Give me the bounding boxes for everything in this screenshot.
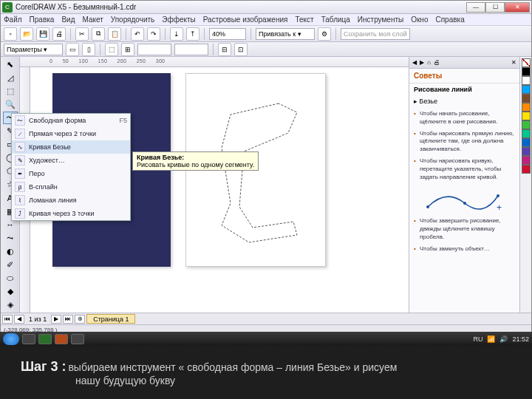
interactive-fill-tool[interactable]: ◈ bbox=[3, 299, 18, 311]
prop-w[interactable] bbox=[137, 44, 171, 55]
menu-edit[interactable]: Правка bbox=[30, 16, 55, 24]
swatch-white[interactable] bbox=[522, 76, 531, 85]
swatch-yellow[interactable] bbox=[522, 112, 531, 120]
menu-table[interactable]: Таблица bbox=[321, 16, 350, 24]
preset-field[interactable]: Параметры ▾ bbox=[4, 44, 63, 55]
page-add[interactable]: ⊕ bbox=[75, 315, 85, 324]
page-first[interactable]: ⏮ bbox=[2, 315, 13, 324]
cut-button[interactable]: ✂ bbox=[75, 27, 89, 41]
swatch-cyan[interactable] bbox=[522, 85, 531, 94]
hints-print-icon[interactable]: 🖨 bbox=[434, 59, 440, 66]
minimize-button[interactable]: — bbox=[466, 2, 485, 13]
zoom-tool[interactable]: 🔍 bbox=[3, 98, 18, 111]
task-explorer[interactable] bbox=[22, 334, 35, 344]
crop-tool[interactable]: ⬚ bbox=[3, 85, 18, 98]
page-next[interactable]: ▶ bbox=[51, 315, 61, 324]
save-button[interactable]: 💾 bbox=[36, 27, 50, 41]
hints-back-icon[interactable]: ◀ bbox=[412, 59, 417, 66]
ruler-horizontal[interactable] bbox=[20, 57, 409, 67]
doc-name: Безымянный-1.cdr bbox=[73, 3, 136, 11]
pen-icon: ✒ bbox=[15, 168, 25, 179]
connector-tool[interactable]: ⤳ bbox=[3, 232, 18, 245]
main-toolbar: ▫ 📂 💾 🖨 ✂ ⧉ 📋 ↶ ↷ ⤓ ⤒ 40% Привязать к ▾ … bbox=[1, 26, 531, 42]
task-other[interactable] bbox=[71, 334, 84, 344]
maximize-button[interactable]: ☐ bbox=[485, 2, 505, 13]
swatch-violet[interactable] bbox=[522, 147, 531, 156]
swatch-magenta[interactable] bbox=[522, 156, 531, 165]
task-corel[interactable] bbox=[38, 334, 52, 344]
menu-window[interactable]: Окно bbox=[411, 16, 428, 24]
options-button[interactable]: ⚙ bbox=[318, 27, 331, 41]
prop-d[interactable]: ⊞ bbox=[121, 43, 134, 56]
menu-file[interactable]: Файл bbox=[4, 16, 22, 24]
page-tab[interactable]: Страница 1 bbox=[86, 314, 135, 324]
menu-bitmaps[interactable]: Растровые изображения bbox=[203, 16, 288, 24]
shape-tool[interactable]: ◿ bbox=[3, 72, 18, 84]
paste-button[interactable]: 📋 bbox=[108, 27, 121, 41]
eyedropper-tool[interactable]: ✐ bbox=[3, 259, 18, 271]
menu-layout[interactable]: Макет bbox=[82, 16, 103, 24]
flyout-bspline[interactable]: β В-сплайн bbox=[12, 180, 130, 194]
menu-effects[interactable]: Эффекты bbox=[162, 16, 195, 24]
swatch-green[interactable] bbox=[522, 120, 531, 129]
menu-tools[interactable]: Инструменты bbox=[358, 16, 403, 24]
menu-text[interactable]: Текст bbox=[295, 16, 313, 24]
copy-button[interactable]: ⧉ bbox=[92, 27, 105, 41]
tray-clock[interactable]: 21:52 bbox=[512, 335, 529, 343]
undo-button[interactable]: ↶ bbox=[131, 27, 144, 41]
start-button[interactable] bbox=[3, 333, 19, 345]
swatch-orange[interactable] bbox=[522, 103, 531, 112]
app-icon: C bbox=[2, 2, 13, 13]
menu-arrange[interactable]: Упорядочить bbox=[111, 16, 155, 24]
swatch-red[interactable] bbox=[522, 165, 531, 174]
tray-vol-icon[interactable]: 🔊 bbox=[499, 335, 508, 343]
page-counter: 1 из 1 bbox=[26, 316, 50, 323]
flyout-3point[interactable]: ⤴ Кривая через 3 точки bbox=[12, 207, 130, 220]
redo-button[interactable]: ↷ bbox=[147, 27, 160, 41]
flyout-pen[interactable]: ✒ Перо bbox=[12, 167, 130, 180]
print-button[interactable]: 🖨 bbox=[52, 27, 66, 41]
hint-field[interactable]: Сохранить моя слой bbox=[341, 28, 410, 40]
prop-a[interactable]: ▭ bbox=[66, 43, 79, 56]
new-button[interactable]: ▫ bbox=[4, 27, 17, 41]
prop-b[interactable]: ▯ bbox=[82, 43, 95, 56]
flyout-artistic[interactable]: ✎ Художест… bbox=[12, 154, 130, 167]
page-last[interactable]: ⏭ bbox=[63, 315, 73, 324]
hints-heading: Рисование линий bbox=[409, 83, 519, 95]
tray-lang[interactable]: RU bbox=[473, 335, 482, 343]
import-button[interactable]: ⤓ bbox=[170, 27, 183, 41]
swatch-none[interactable] bbox=[522, 58, 531, 67]
swatch-blue[interactable] bbox=[522, 138, 531, 147]
flyout-2point[interactable]: ⟋ Прямая через 2 точки bbox=[12, 127, 130, 140]
prop-f[interactable]: ⊡ bbox=[234, 43, 248, 56]
flyout-bezier[interactable]: ∿ Кривая Безье bbox=[12, 140, 130, 154]
titlebar: C CorelDRAW X5 - Безымянный-1.cdr — ☐ ✕ bbox=[1, 1, 531, 14]
swatch-black[interactable] bbox=[522, 67, 531, 76]
fill-tool[interactable]: ◆ bbox=[3, 285, 18, 298]
swatch-brown[interactable] bbox=[522, 94, 531, 103]
swatch-teal[interactable] bbox=[522, 129, 531, 138]
tray-net-icon[interactable]: 📶 bbox=[487, 335, 495, 343]
page-prev[interactable]: ◀ bbox=[14, 315, 24, 324]
menu-help[interactable]: Справка bbox=[435, 16, 464, 24]
prop-c[interactable]: ⬚ bbox=[105, 43, 118, 56]
outline-tool[interactable]: ⬭ bbox=[3, 272, 18, 284]
close-button[interactable]: ✕ bbox=[505, 2, 530, 13]
zoom-field[interactable]: 40% bbox=[209, 28, 246, 40]
prop-e[interactable]: ⊟ bbox=[218, 43, 231, 56]
flyout-polyline[interactable]: ⌇ Ломаная линия bbox=[12, 194, 130, 207]
hints-close-icon[interactable]: ✕ bbox=[511, 59, 516, 66]
prop-h[interactable] bbox=[174, 44, 208, 55]
pick-tool[interactable]: ⬉ bbox=[3, 58, 18, 71]
menu-view[interactable]: Вид bbox=[61, 16, 75, 24]
effects-tool[interactable]: ◐ bbox=[3, 245, 18, 258]
bezier-letter-path[interactable] bbox=[208, 96, 319, 259]
export-button[interactable]: ⤒ bbox=[186, 27, 200, 41]
flyout-freehand[interactable]: 〜 Свободная форма F5 bbox=[12, 114, 130, 127]
task-ppt[interactable] bbox=[55, 334, 68, 344]
hints-home-icon[interactable]: ⌂ bbox=[427, 59, 431, 66]
hint-item: Чтобы нарисовать кривую, перетащите указ… bbox=[414, 157, 515, 181]
open-button[interactable]: 📂 bbox=[20, 27, 33, 41]
hints-fwd-icon[interactable]: ▶ bbox=[420, 59, 424, 66]
snap-field[interactable]: Привязать к ▾ bbox=[256, 28, 315, 40]
